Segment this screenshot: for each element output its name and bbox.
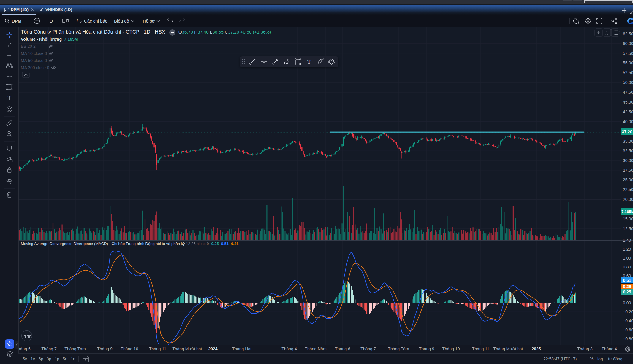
svg-text:Tháng 9: Tháng 9 <box>97 346 113 351</box>
svg-text:Tháng 4: Tháng 4 <box>281 346 297 351</box>
svg-text:7.165M: 7.165M <box>621 209 633 214</box>
svg-text:62.50: 62.50 <box>623 31 633 36</box>
svg-text:Moving Average Convergence Div: Moving Average Convergence Divergence (M… <box>21 241 238 246</box>
svg-text:0.26: 0.26 <box>623 284 631 289</box>
svg-text:15.00: 15.00 <box>623 217 633 221</box>
svg-text:30.00: 30.00 <box>623 158 633 163</box>
svg-text:47.50: 47.50 <box>623 90 633 95</box>
svg-text:0.80: 0.80 <box>623 265 631 269</box>
svg-text:Tháng 9: Tháng 9 <box>419 346 434 351</box>
svg-text:12.50: 12.50 <box>623 226 633 231</box>
svg-text:25.00: 25.00 <box>623 177 633 182</box>
svg-text:Tháng Mười hai: Tháng Mười hai <box>493 346 523 351</box>
svg-text:27.50: 27.50 <box>623 168 633 173</box>
svg-text:Tháng 7: Tháng 7 <box>41 346 57 351</box>
svg-text:Tháng 4: Tháng 4 <box>602 346 617 351</box>
svg-text:Tháng 10: Tháng 10 <box>121 346 138 351</box>
svg-text:MA 50 close 0: MA 50 close 0 <box>21 58 47 63</box>
svg-text:35.00: 35.00 <box>623 139 633 144</box>
svg-text:T: T <box>8 95 11 101</box>
svg-text:MA 200 close 0: MA 200 close 0 <box>21 65 49 70</box>
svg-text:Tháng Mười hai: Tháng Mười hai <box>172 346 202 351</box>
svg-text:Tháng 7: Tháng 7 <box>360 346 376 351</box>
svg-text:−0.40: −0.40 <box>623 318 633 323</box>
svg-text:Tháng Hai: Tháng Hai <box>232 346 251 351</box>
svg-text:42.50: 42.50 <box>623 109 633 114</box>
svg-text:40.00: 40.00 <box>623 119 633 124</box>
svg-text:BB 20 2: BB 20 2 <box>21 44 36 49</box>
svg-text:32.50: 32.50 <box>623 148 633 153</box>
svg-text:22.50: 22.50 <box>623 187 633 192</box>
svg-text:37.20: 37.20 <box>622 129 632 134</box>
svg-text:Tháng 11: Tháng 11 <box>472 346 489 351</box>
svg-text:Tháng Tám: Tháng Tám <box>388 346 409 351</box>
svg-text:MA 10 close 0: MA 10 close 0 <box>21 51 47 56</box>
svg-text:f: f <box>77 18 79 23</box>
svg-text:1.40: 1.40 <box>623 238 631 243</box>
svg-text:1.00: 1.00 <box>623 256 631 260</box>
svg-text:2025: 2025 <box>531 346 541 351</box>
svg-text:0.51: 0.51 <box>623 278 631 283</box>
svg-text:−0.20: −0.20 <box>623 309 633 314</box>
svg-text:Tháng Năm: Tháng Năm <box>305 346 326 351</box>
svg-text:Tháng Tám: Tháng Tám <box>64 346 86 351</box>
svg-text:52.50: 52.50 <box>623 70 633 75</box>
svg-text:50.00: 50.00 <box>623 80 633 85</box>
svg-text:0.25: 0.25 <box>623 290 631 294</box>
svg-text:60.00: 60.00 <box>623 41 633 46</box>
svg-text:−0.80: −0.80 <box>623 336 633 341</box>
svg-text:45.00: 45.00 <box>623 100 633 104</box>
svg-text:57.50: 57.50 <box>623 51 633 56</box>
svg-text:55.00: 55.00 <box>623 61 633 65</box>
svg-text:Tháng 3: Tháng 3 <box>577 346 593 351</box>
svg-text:2024: 2024 <box>208 346 217 351</box>
svg-text:1.20: 1.20 <box>623 247 631 252</box>
svg-text:20.00: 20.00 <box>623 197 633 202</box>
svg-text:Tháng 6: Tháng 6 <box>335 346 350 351</box>
svg-text:Tháng 11: Tháng 11 <box>149 346 166 351</box>
svg-text:−0.60: −0.60 <box>623 328 633 332</box>
svg-text:Tháng 10: Tháng 10 <box>442 346 460 351</box>
svg-text:0.00: 0.00 <box>623 301 631 305</box>
